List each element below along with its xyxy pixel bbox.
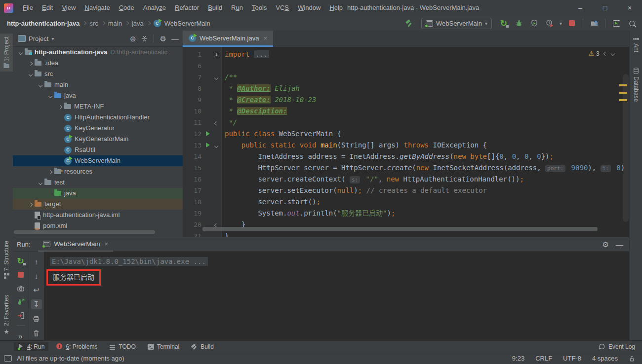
- code-line-10[interactable]: 10 * @Desciption:: [183, 106, 629, 117]
- menu-window[interactable]: Window: [293, 0, 325, 16]
- search-everywhere-button[interactable]: [626, 18, 637, 29]
- close-tab-icon[interactable]: ×: [104, 240, 108, 248]
- stop-button[interactable]: [15, 270, 26, 280]
- print-button[interactable]: [31, 314, 42, 324]
- next-warning-icon[interactable]: [611, 51, 615, 55]
- fold-marker-icon[interactable]: [213, 117, 219, 128]
- menu-help[interactable]: Help: [325, 0, 347, 16]
- toolwindow-terminal[interactable]: >_Terminal: [144, 342, 183, 351]
- code-line-8[interactable]: 8 * @Author: Elijah: [183, 83, 629, 94]
- tree-expand-icon[interactable]: [46, 90, 54, 101]
- editor-vertical-scrollbar[interactable]: [623, 74, 629, 222]
- code-line-11[interactable]: 11 */: [183, 117, 629, 128]
- stripe-ant[interactable]: Ant: [630, 34, 642, 55]
- stripe-project[interactable]: 1: Project: [0, 34, 13, 72]
- maximize-button[interactable]: □: [593, 0, 617, 16]
- stop-button[interactable]: [566, 18, 577, 29]
- menu-file[interactable]: File: [18, 0, 38, 16]
- breadcrumb-item[interactable]: src: [89, 20, 98, 27]
- tree-item-http-authentication-java[interactable]: http-authentication-javaD:\http-authenti…: [13, 47, 183, 58]
- run-tab-webservermain[interactable]: WebServerMain ×: [38, 237, 113, 252]
- clear-all-button[interactable]: [31, 328, 42, 338]
- tree-expand-icon[interactable]: [27, 199, 35, 210]
- project-title[interactable]: Project: [29, 35, 48, 42]
- code-line-16[interactable]: 16 server.createContext( s: "/", new Htt…: [183, 174, 629, 185]
- tree-expand-icon[interactable]: [17, 47, 25, 58]
- project-structure-button[interactable]: [589, 18, 600, 29]
- toolwindow-todo[interactable]: TODO: [105, 342, 139, 351]
- debug-button[interactable]: [514, 18, 524, 29]
- menu-build[interactable]: Build: [203, 0, 227, 16]
- code-line-7[interactable]: 7/**: [183, 72, 629, 83]
- fold-marker-icon[interactable]: [213, 140, 219, 151]
- menu-refactor[interactable]: Refactor: [170, 0, 203, 16]
- rerun-button[interactable]: ↻: [498, 18, 509, 29]
- tree-item-src[interactable]: src: [13, 69, 183, 79]
- code-line-1[interactable]: 1+import ...: [183, 49, 629, 60]
- status-item[interactable]: CRLF: [535, 355, 552, 362]
- toggle-stripes-icon[interactable]: [4, 355, 12, 362]
- profiler-chevron-icon[interactable]: ▾: [560, 21, 562, 26]
- code-line-19[interactable]: 19 System.out.println("服务器已启动");: [183, 208, 629, 219]
- toolwindow-problems[interactable]: 6: Problems: [52, 342, 101, 351]
- dump-threads-button[interactable]: [15, 284, 26, 293]
- editor-horizontal-scrollbar[interactable]: [202, 227, 598, 231]
- run-with-coverage-button[interactable]: [529, 18, 540, 29]
- code-line-17[interactable]: 17 server.setExecutor(null); // creates …: [183, 185, 629, 196]
- tree-item-webservermain[interactable]: CWebServerMain: [13, 155, 183, 166]
- status-item[interactable]: 4 spaces: [592, 355, 618, 362]
- breadcrumb-item[interactable]: main: [108, 20, 122, 27]
- code-line-14[interactable]: 14 InetAddress address = InetAddress.get…: [183, 151, 629, 162]
- tree-expand-icon[interactable]: [27, 69, 35, 79]
- tree-item-java[interactable]: java: [13, 188, 183, 199]
- close-tab-icon[interactable]: ×: [263, 35, 267, 42]
- menu-edit[interactable]: Edit: [38, 0, 57, 16]
- breadcrumb-class[interactable]: WebServerMain: [164, 20, 210, 27]
- close-button[interactable]: ×: [617, 0, 642, 16]
- scroll-to-end-button[interactable]: ↧: [31, 299, 42, 309]
- gear-icon[interactable]: ⚙: [602, 241, 609, 248]
- locate-file-button[interactable]: ⊕: [130, 35, 136, 42]
- code-line-12[interactable]: 12public class WebServerMain {: [183, 128, 629, 140]
- menu-run[interactable]: Run: [227, 0, 247, 16]
- tree-expand-icon[interactable]: [46, 166, 54, 177]
- gear-icon[interactable]: ⚙: [160, 35, 166, 42]
- tree-expand-icon[interactable]: [37, 79, 44, 90]
- tree-item-main[interactable]: main: [13, 79, 183, 90]
- run-line-icon[interactable]: [206, 131, 210, 136]
- menu-analyze[interactable]: Analyze: [139, 0, 170, 16]
- menu-code[interactable]: Code: [115, 0, 139, 16]
- rerun-button[interactable]: ↻: [15, 256, 26, 266]
- tree-item-java[interactable]: java: [13, 90, 183, 101]
- tree-expand-icon[interactable]: [37, 177, 44, 188]
- lock-icon[interactable]: [629, 355, 635, 362]
- code-line-13[interactable]: 13 public static void main(String[] args…: [183, 140, 629, 151]
- editor-content[interactable]: 1+import ...67/**8 * @Author: Elijah9 * …: [183, 47, 629, 237]
- menu-tools[interactable]: Tools: [247, 0, 271, 16]
- menu-navigate[interactable]: Navigate: [80, 0, 114, 16]
- tree-expand-icon[interactable]: [27, 58, 35, 69]
- warning-stripe-mark[interactable]: [619, 84, 627, 86]
- prev-occurrence-button[interactable]: ↑: [31, 256, 42, 266]
- tree-item--idea[interactable]: .idea: [13, 58, 183, 69]
- fold-marker-icon[interactable]: [213, 72, 219, 83]
- tree-item-target[interactable]: target: [13, 199, 183, 210]
- tree-item-resources[interactable]: resources: [13, 166, 183, 177]
- stripe-database[interactable]: Database: [630, 64, 642, 105]
- tab-webservermain-java[interactable]: C WebServerMain.java ×: [183, 31, 273, 47]
- console[interactable]: E:\Java\jdk1.8.0_152\bin\java.exe ...服务器…: [44, 252, 629, 341]
- run-line-icon[interactable]: [206, 143, 210, 147]
- attach-debugger-button[interactable]: [15, 297, 26, 307]
- more-actions-button[interactable]: »: [15, 331, 26, 341]
- event-log-button[interactable]: Event Log: [599, 343, 635, 350]
- collapse-all-button[interactable]: [141, 36, 148, 42]
- tree-item-test[interactable]: test: [13, 177, 183, 188]
- warning-stripe-mark[interactable]: [619, 99, 627, 101]
- tree-item-httpauthenticationhandler[interactable]: CHttpAuthenticationHandler: [13, 112, 183, 123]
- disconnect-button[interactable]: [15, 311, 26, 321]
- warning-stripe-mark[interactable]: [619, 92, 627, 94]
- hide-panel-button[interactable]: —: [616, 241, 623, 248]
- run-config-select[interactable]: WebServerMain ▾: [421, 18, 492, 29]
- build-hammer-icon[interactable]: [404, 18, 415, 29]
- project-horizontal-scrollbar[interactable]: [14, 230, 155, 234]
